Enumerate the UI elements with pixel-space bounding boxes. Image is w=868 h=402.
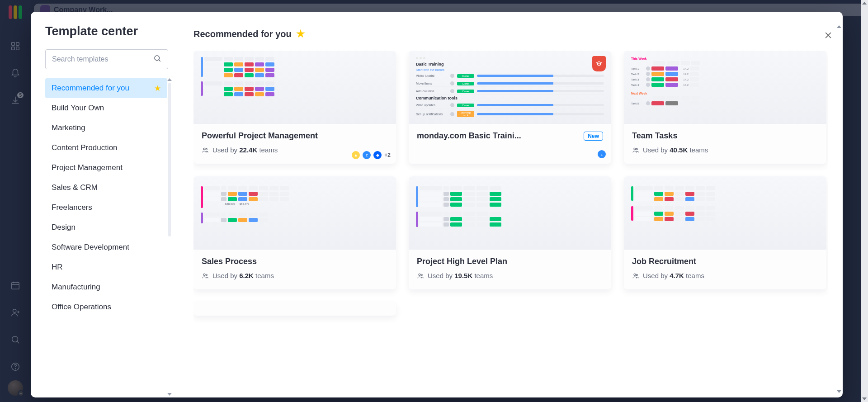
users-icon [417,272,424,279]
svg-point-16 [419,274,420,275]
template-title: Job Recruitment [632,257,818,266]
zoom-icon: z [363,151,371,159]
category-manufacturing[interactable]: Manufacturing [45,277,167,297]
category-build-your-own[interactable]: Build Your Own [45,98,167,118]
category-office-operations[interactable]: Office Operations [45,297,167,317]
template-preview: $48,000$86,470 [193,176,396,250]
integration-chips: ▲ z ◆ +2 [352,151,391,159]
svg-point-9 [155,56,160,61]
template-card-team-tasks[interactable]: This WeekTask 114.2Task 214.2Task 314.2T… [624,51,826,164]
template-card-project-management[interactable]: ▲ z ◆ +2 Powerful Project Management Use… [193,51,396,164]
category-hr[interactable]: HR [45,257,167,277]
category-design[interactable]: Design [45,218,167,237]
template-usage: Used by 40.5K teams [632,146,818,154]
template-title: monday.com Basic Traini... [417,131,579,141]
template-preview [409,176,611,250]
category-recommended[interactable]: Recommended for you ★ [45,78,167,98]
template-preview: This WeekTask 114.2Task 214.2Task 314.2T… [624,51,826,124]
category-label: Content Production [52,143,118,152]
category-scrollbar[interactable] [168,83,171,236]
template-card-high-level-plan[interactable]: Project High Level Plan Used by 19.5K te… [409,176,611,289]
users-icon [632,147,639,154]
template-title: Sales Process [202,257,388,266]
svg-point-13 [636,148,637,150]
svg-point-14 [203,274,205,275]
zoom-icon: z [598,150,606,158]
template-card-job-recruitment[interactable]: Job Recruitment Used by 4.7K teams [624,176,826,289]
category-project-management[interactable]: Project Management [45,158,167,178]
star-icon: ★ [296,28,305,40]
template-title: Project High Level Plan [417,257,603,266]
category-marketing[interactable]: Marketing [45,118,167,138]
search-icon [153,54,161,64]
template-card-sales-process[interactable]: $48,000$86,470 Sales Process Used by 6.2… [193,176,396,289]
dropbox-icon: ◆ [373,151,382,159]
template-usage: Used by 6.2K teams [202,272,388,279]
gdrive-icon: ▲ [352,151,360,159]
users-icon [202,272,209,279]
template-center-modal: Template center Recommended for you ★ Bu… [31,12,843,397]
integration-more: +2 [384,152,391,158]
category-label: HR [52,263,63,272]
template-preview [193,51,396,124]
category-label: Marketing [52,123,85,132]
svg-point-11 [206,148,207,150]
svg-point-17 [421,274,422,275]
academy-badge-icon [592,56,606,71]
window-scrollbar[interactable] [861,0,868,402]
category-label: Office Operations [52,303,111,312]
star-icon: ★ [154,84,161,93]
section-title: Recommended for you ★ [193,28,828,40]
category-label: Sales & CRM [52,183,98,192]
category-label: Software Development [52,243,129,252]
category-label: Build Your Own [52,104,104,113]
category-sales-crm[interactable]: Sales & CRM [45,178,167,198]
category-content-production[interactable]: Content Production [45,138,167,158]
close-button[interactable] [824,31,833,42]
template-title: Powerful Project Management [202,131,388,141]
category-label: Freelancers [52,203,92,212]
users-icon [632,272,639,279]
category-freelancers[interactable]: Freelancers [45,198,167,218]
svg-point-10 [203,148,205,150]
category-label: Manufacturing [52,283,100,292]
svg-point-19 [636,274,637,275]
svg-point-18 [634,274,636,275]
search-templates-field[interactable] [52,55,153,63]
template-preview [624,176,826,250]
new-badge: New [584,132,603,141]
template-title: Team Tasks [632,131,818,141]
category-label: Project Management [52,163,123,172]
modal-scrollbar[interactable] [837,25,841,393]
template-card-peek[interactable] [193,302,396,316]
template-card-basic-training[interactable]: Basic TrainingStart with the basicsVideo… [409,51,611,164]
svg-point-12 [634,148,636,150]
svg-point-15 [206,274,207,275]
category-software-dev[interactable]: Software Development [45,237,167,257]
search-templates-input[interactable] [45,49,168,69]
template-usage: Used by 19.5K teams [417,272,603,279]
template-usage: Used by 4.7K teams [632,272,818,279]
template-cards-grid: ▲ z ◆ +2 Powerful Project Management Use… [193,51,828,325]
modal-title: Template center [45,24,168,38]
users-icon [202,147,209,154]
category-label: Recommended for you [52,84,129,93]
section-title-label: Recommended for you [193,29,292,39]
category-label: Design [52,223,75,232]
template-preview: Basic TrainingStart with the basicsVideo… [409,51,611,124]
category-list: Recommended for you ★ Build Your Own Mar… [45,78,168,397]
